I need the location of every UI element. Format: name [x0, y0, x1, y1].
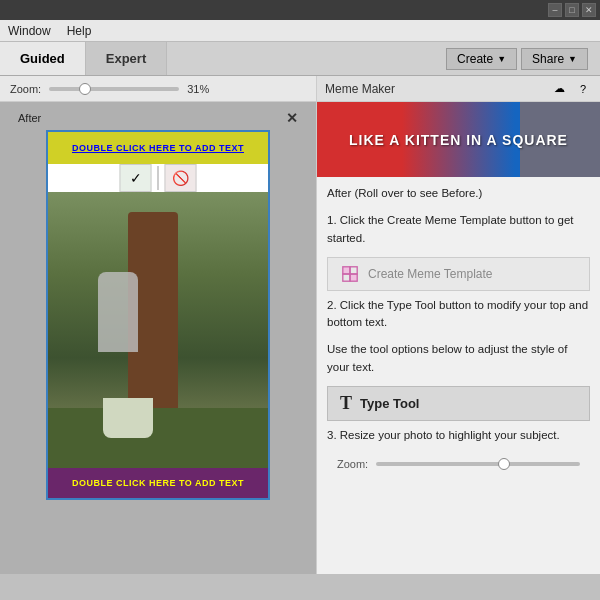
right-zoom-row: Zoom: — [327, 454, 590, 474]
create-meme-template-button[interactable]: Create Meme Template — [327, 257, 590, 291]
left-panel: Zoom: 31% After ✕ — [0, 76, 316, 574]
create-dropdown-arrow: ▼ — [497, 54, 506, 64]
cancel-button[interactable]: 🚫 — [165, 164, 197, 192]
toolbar-divider — [158, 166, 159, 190]
right-zoom-label: Zoom: — [337, 458, 368, 470]
title-bar: – □ ✕ — [0, 0, 600, 20]
top-text-overlay[interactable]: DOUBLE CLICK HERE TO ADD TEXT — [48, 132, 268, 164]
svg-rect-1 — [350, 274, 357, 281]
menu-help[interactable]: Help — [67, 24, 92, 38]
close-button[interactable]: ✕ — [582, 3, 596, 17]
figure-body — [98, 272, 138, 352]
canvas-close-button[interactable]: ✕ — [286, 110, 298, 126]
header-icons: ☁ ? — [550, 80, 592, 98]
create-meme-icon — [340, 264, 360, 284]
canvas-area: After ✕ DOUBLE CLICK HERE TO ADD — [18, 110, 298, 560]
svg-rect-3 — [343, 274, 350, 281]
create-meme-label: Create Meme Template — [368, 267, 493, 281]
canvas-label-row: After ✕ — [18, 110, 298, 126]
share-dropdown-arrow: ▼ — [568, 54, 577, 64]
svg-rect-0 — [343, 267, 350, 274]
zoom-slider[interactable] — [49, 87, 179, 91]
maximize-button[interactable]: □ — [565, 3, 579, 17]
toolbar-overlay: ✓ 🚫 — [120, 164, 197, 192]
menu-bar: Window Help — [0, 20, 600, 42]
type-tool-icon: T — [340, 393, 352, 414]
step2-sub: Use the tool options below to adjust the… — [327, 341, 590, 376]
tab-actions: Create ▼ Share ▼ — [434, 42, 600, 75]
svg-rect-2 — [350, 267, 357, 274]
minimize-button[interactable]: – — [548, 3, 562, 17]
step-rollover: After (Roll over to see Before.) — [327, 185, 590, 202]
step3: 3. Resize your photo to highlight your s… — [327, 427, 590, 444]
canvas-inner: DOUBLE CLICK HERE TO ADD TEXT ✓ 🚫 — [46, 130, 270, 500]
menu-window[interactable]: Window — [8, 24, 51, 38]
meme-maker-header: Meme Maker ☁ ? — [317, 76, 600, 102]
tab-guided[interactable]: Guided — [0, 42, 86, 75]
tab-expert[interactable]: Expert — [86, 42, 167, 75]
photo-area — [48, 192, 268, 468]
bottom-text-overlay[interactable]: DOUBLE CLICK HERE TO ADD TEXT — [48, 468, 268, 498]
canvas-after-label: After — [18, 112, 41, 124]
create-button[interactable]: Create ▼ — [446, 48, 517, 70]
step1: 1. Click the Create Meme Template button… — [327, 212, 590, 247]
zoom-thumb[interactable] — [79, 83, 91, 95]
tab-bar: Guided Expert Create ▼ Share ▼ — [0, 42, 600, 76]
right-panel: Meme Maker ☁ ? LIKE A KITTEN IN A SQUARE… — [316, 76, 600, 574]
bottom-text-content: DOUBLE CLICK HERE TO ADD TEXT — [72, 478, 244, 488]
ground — [48, 408, 268, 468]
main-layout: Zoom: 31% After ✕ — [0, 76, 600, 574]
bucket — [103, 398, 153, 438]
right-zoom-thumb[interactable] — [498, 458, 510, 470]
cloud-icon[interactable]: ☁ — [550, 80, 568, 98]
top-text-content: DOUBLE CLICK HERE TO ADD TEXT — [72, 143, 244, 153]
right-zoom-slider[interactable] — [376, 462, 580, 466]
type-tool-label: Type Tool — [360, 396, 419, 411]
type-tool-button[interactable]: T Type Tool — [327, 386, 590, 421]
preview-meme-text: LIKE A KITTEN IN A SQUARE — [349, 132, 568, 148]
step2: 2. Click the Type Tool button to modify … — [327, 297, 590, 332]
zoom-bar: Zoom: 31% — [0, 76, 316, 102]
share-button[interactable]: Share ▼ — [521, 48, 588, 70]
instructions-panel: After (Roll over to see Before.) 1. Clic… — [317, 177, 600, 574]
help-icon[interactable]: ? — [574, 80, 592, 98]
confirm-button[interactable]: ✓ — [120, 164, 152, 192]
meme-maker-title: Meme Maker — [325, 82, 395, 96]
zoom-label: Zoom: — [10, 83, 41, 95]
preview-image: LIKE A KITTEN IN A SQUARE — [317, 102, 600, 177]
zoom-percent: 31% — [187, 83, 209, 95]
